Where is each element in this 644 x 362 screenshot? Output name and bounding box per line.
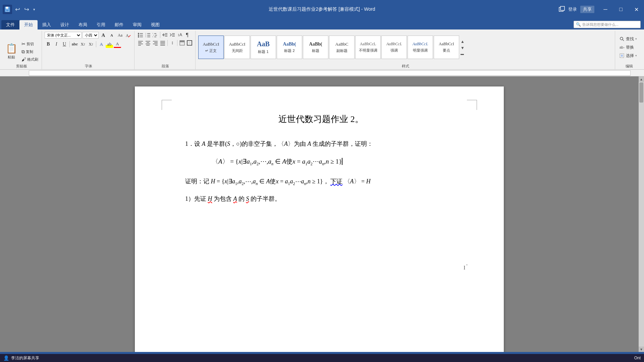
clipboard-small: ✂ 剪切 ⧉ 复制 🖌 格式刷: [20, 40, 40, 63]
tab-mailing[interactable]: 邮件: [110, 20, 128, 29]
font-color-button[interactable]: A: [114, 41, 121, 48]
font-grow-button[interactable]: A: [100, 32, 107, 39]
style-normal[interactable]: AaBbCcI ↵ 正文: [198, 36, 224, 59]
select-button[interactable]: 选择 ▾: [618, 52, 638, 59]
document-scroll-area[interactable]: 近世代数习题作业 2。 1．设 A 是半群(S，○)的非空子集，〈A〉为由 A …: [0, 76, 639, 352]
customize-quick-access[interactable]: ▾: [32, 7, 37, 12]
scroll-thumb[interactable]: [639, 82, 643, 103]
subscript-button[interactable]: X2: [79, 41, 87, 48]
bullets-button[interactable]: [137, 32, 144, 38]
text-effects-button[interactable]: A: [98, 41, 105, 48]
restore-icon: [559, 6, 565, 13]
style-emphasis[interactable]: AaBbCcL 强调: [381, 36, 407, 59]
style-title[interactable]: AaBb( 标题: [303, 36, 328, 59]
para-controls: 1.2.3. 1.a.2. ↕A ¶: [137, 32, 193, 63]
minimize-button[interactable]: ─: [598, 0, 613, 19]
line-spacing-button[interactable]: ↕: [169, 40, 176, 46]
proof-intro: 证明：记 H = {x|∃a1,a2,⋯,an ∈ A使x = a1a2⋯an,…: [185, 176, 457, 187]
multilevel-button[interactable]: 1.a.2.: [152, 32, 159, 38]
style-heading1[interactable]: AaB 标题 1: [251, 36, 276, 59]
styles-content: AaBbCcI ↵ 正文 AaBbCcI 无间距 AaB 标题 1 AaBb( …: [198, 32, 613, 63]
italic-button[interactable]: I: [53, 41, 60, 48]
style-subtle-emph[interactable]: AaBbCcL 不明显强调: [355, 36, 381, 59]
para-row-2: ↕: [137, 40, 193, 46]
paragraph-label: 段落: [137, 63, 193, 69]
style-no-spacing-sample: AaBbCcI: [229, 42, 245, 47]
copy-button[interactable]: ⧉ 复制: [20, 48, 40, 55]
share-button[interactable]: 共享: [580, 6, 594, 13]
styles-scroll-up[interactable]: ▲: [461, 39, 465, 44]
tab-home[interactable]: 开始: [19, 20, 38, 29]
scroll-down-arrow[interactable]: ▼: [639, 347, 644, 352]
styles-label: 样式: [198, 63, 613, 69]
decrease-indent-button[interactable]: [162, 32, 168, 38]
justify-button[interactable]: [159, 40, 166, 46]
style-subtitle[interactable]: AaBbC 副标题: [329, 36, 355, 59]
tab-layout[interactable]: 布局: [74, 20, 92, 29]
tab-view[interactable]: 视图: [146, 20, 164, 29]
styles-expand[interactable]: ▬: [461, 52, 465, 56]
borders-button[interactable]: [186, 40, 193, 46]
login-button[interactable]: 登录: [568, 6, 577, 12]
clear-format-button[interactable]: A: [125, 32, 132, 39]
style-strong[interactable]: AaBbCcI 要点: [434, 36, 459, 59]
align-center-button[interactable]: [145, 40, 151, 46]
styles-group: AaBbCcI ↵ 正文 AaBbCcI 无间距 AaB 标题 1 AaBb( …: [196, 31, 615, 69]
style-h2-sample: AaBb(: [283, 42, 296, 47]
style-subtle-emph-label: 不明显强调: [359, 48, 377, 53]
screen-share-label: 李洁的屏幕共享: [11, 355, 39, 361]
styles-scroll-down[interactable]: ▼: [461, 46, 465, 51]
redo-button[interactable]: ↪: [22, 5, 31, 14]
step1-body: 先证 H 为包含 A 的 S 的子半群。: [194, 195, 281, 202]
paste-button[interactable]: 📋 粘贴: [3, 39, 19, 63]
tab-file[interactable]: 文件: [1, 20, 19, 29]
align-left-button[interactable]: [137, 40, 144, 46]
scroll-up-arrow[interactable]: ▲: [639, 76, 644, 82]
change-case-button[interactable]: Aa: [116, 32, 124, 39]
paragraph-group: 1.2.3. 1.a.2. ↕A ¶: [135, 31, 196, 69]
svg-rect-50: [180, 41, 184, 42]
cut-button[interactable]: ✂ 剪切: [20, 40, 40, 48]
font-selectors: 宋体 (中文正... 小四 A A Aa A: [45, 32, 132, 39]
find-button[interactable]: 查找 ▾: [618, 36, 638, 43]
sort-button[interactable]: ↕A: [176, 32, 183, 38]
font-shrink-button[interactable]: A: [108, 32, 115, 39]
undo-button[interactable]: ↩: [13, 5, 22, 14]
style-heading2[interactable]: AaBb( 标题 2: [277, 36, 302, 59]
numbering-button[interactable]: 1.2.3.: [145, 32, 151, 38]
tab-insert[interactable]: 插入: [38, 20, 56, 29]
underline-button[interactable]: U: [61, 41, 68, 48]
tab-references[interactable]: 引用: [92, 20, 110, 29]
increase-indent-button[interactable]: [169, 32, 176, 38]
style-no-spacing[interactable]: AaBbCcI 无间距: [224, 36, 250, 59]
divider: [160, 32, 160, 38]
search-input[interactable]: 告诉我您想要做什么...: [582, 22, 619, 27]
maximize-button[interactable]: □: [613, 0, 629, 19]
style-h2-label: 标题 2: [284, 48, 294, 53]
style-intense-emph[interactable]: AaBbCcL 明显强调: [408, 36, 433, 59]
quick-save-button[interactable]: [3, 5, 12, 14]
bold-button[interactable]: B: [45, 41, 52, 48]
tab-design[interactable]: 设计: [56, 20, 74, 29]
show-marks-button[interactable]: ¶: [184, 32, 191, 38]
tab-review[interactable]: 审阅: [128, 20, 146, 29]
highlight-color-button[interactable]: ab: [106, 41, 113, 48]
problem1-text: 1．设 A 是半群(S，○)的非空子集，〈A〉为由 A 生成的子半群，证明：: [185, 138, 457, 149]
replace-button[interactable]: ab→ 替换: [618, 44, 635, 51]
close-button[interactable]: ✕: [629, 0, 644, 19]
style-emph-sample: AaBbCcL: [386, 42, 402, 47]
paste-label: 粘贴: [8, 55, 15, 60]
font-name-select[interactable]: 宋体 (中文正...: [45, 32, 82, 39]
format-painter-button[interactable]: 🖌 格式刷: [20, 56, 40, 63]
doc-title-text: 近世代数习题作业 2: [278, 114, 355, 124]
superscript-button[interactable]: X2: [87, 41, 95, 48]
strikethrough-button[interactable]: abc: [71, 41, 78, 48]
shading-button[interactable]: [179, 40, 185, 46]
svg-line-55: [623, 40, 624, 41]
align-right-button[interactable]: [152, 40, 159, 46]
vertical-scrollbar[interactable]: ▲ ▼: [639, 76, 644, 352]
style-subtitle-sample: AaBbC: [335, 42, 348, 47]
font-size-select[interactable]: 小四: [83, 32, 99, 39]
svg-text:→: →: [622, 46, 625, 49]
ont-label: Ont: [634, 356, 641, 360]
